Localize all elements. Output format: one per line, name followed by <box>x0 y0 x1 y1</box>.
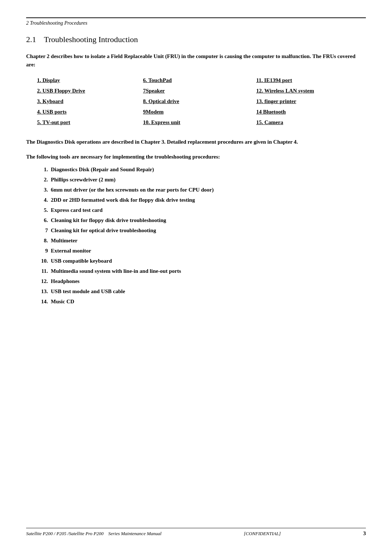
fru-cell: 10. Express unit <box>139 117 253 128</box>
list-text: Diagnostics Disk (Repair and Sound Repai… <box>51 167 154 172</box>
table-row: 1. Display6. TouchPad11. IE1394 port <box>26 75 366 86</box>
fru-cell: 3. Kyboard <box>26 96 139 107</box>
list-text: 6mm nut driver (or the hex screwnuts on … <box>51 187 214 193</box>
footer-rule: Satellite P200 / P205 /Satellite Pro P20… <box>26 528 366 537</box>
list-text: Cleaning kit for floppy disk drive troub… <box>51 217 166 223</box>
list-number: 9 <box>38 246 48 255</box>
list-item: 2.Phillips screwdriver (2 mm) <box>38 175 366 184</box>
list-item: 1.Diagnostics Disk (Repair and Sound Rep… <box>38 165 366 174</box>
list-number: 1. <box>38 165 48 174</box>
footer: Satellite P200 / P205 /Satellite Pro P20… <box>26 528 366 537</box>
list-item: 11.Multimedia sound system with line-in … <box>38 267 366 275</box>
footer-model: Satellite P200 / P205 /Satellite Pro P20… <box>26 531 162 537</box>
list-number: 10. <box>38 257 48 265</box>
tools-list: 1.Diagnostics Disk (Repair and Sound Rep… <box>26 165 366 306</box>
list-item: 4.2DD or 2HD formatted work disk for flo… <box>38 196 366 204</box>
table-row: 4. USB ports9Modem14 Bluetooth <box>26 107 366 117</box>
list-number: 3. <box>38 185 48 194</box>
list-text: External monitor <box>51 248 91 254</box>
chapter-header: 2 Troubleshooting Procedures <box>26 20 366 26</box>
list-number: 11. <box>38 267 48 275</box>
list-number: 5. <box>38 206 48 214</box>
list-text: Multimeter <box>51 238 77 243</box>
fru-cell: 13. finger printer <box>253 96 366 107</box>
list-text: Multimedia sound system with line-in and… <box>51 268 181 274</box>
list-item: 14.Music CD <box>38 297 366 306</box>
table-row: 5. TV-out port10. Express unit15. Camera <box>26 117 366 128</box>
fru-cell: 1. Display <box>26 75 139 86</box>
list-item: 13.USB test module and USB cable <box>38 287 366 296</box>
fru-cell: 15. Camera <box>253 117 366 128</box>
list-item: 12.Headphones <box>38 277 366 286</box>
tools-intro-paragraph: The following tools are necessary for im… <box>26 153 366 161</box>
fru-cell: 6. TouchPad <box>139 75 253 86</box>
list-text: 2DD or 2HD formatted work disk for flopp… <box>51 197 195 203</box>
main-content: 2.1 Troubleshooting Introduction Chapter… <box>26 35 366 535</box>
list-item: 7Cleaning kit for optical drive troubles… <box>38 226 366 235</box>
footer-confidential: [CONFIDENTIAL] <box>244 531 281 537</box>
list-number: 8. <box>38 236 48 245</box>
fru-cell: 9Modem <box>139 107 253 117</box>
list-text: USB test module and USB cable <box>51 288 125 294</box>
fru-cell: 8. Optical drive <box>139 96 253 107</box>
list-number: 6. <box>38 216 48 225</box>
diagnostics-paragraph: The Diagnostics Disk operations are desc… <box>26 138 366 146</box>
list-item: 10.USB compatible keyboard <box>38 257 366 265</box>
fru-table: 1. Display6. TouchPad11. IE1394 port2. U… <box>26 75 366 128</box>
list-text: Express card test card <box>51 207 103 213</box>
list-number: 2. <box>38 175 48 184</box>
list-item: 6.Cleaning kit for floppy disk drive tro… <box>38 216 366 225</box>
section-number: 2.1 <box>26 35 36 44</box>
table-row: 2. USB Floppy Drive7Speaker12. Wireless … <box>26 86 366 96</box>
list-number: 12. <box>38 277 48 286</box>
list-item: 5.Express card test card <box>38 206 366 214</box>
list-item: 3.6mm nut driver (or the hex screwnuts o… <box>38 185 366 194</box>
list-text: USB compatible keyboard <box>51 258 112 264</box>
table-row: 3. Kyboard8. Optical drive13. finger pri… <box>26 96 366 107</box>
header-rule <box>26 17 366 18</box>
intro-paragraph: Chapter 2 describes how to isolate a Fie… <box>26 52 366 69</box>
list-number: 13. <box>38 287 48 296</box>
list-number: 14. <box>38 297 48 306</box>
list-number: 7 <box>38 226 48 235</box>
list-text: Cleaning kit for optical drive troublesh… <box>51 227 156 233</box>
fru-cell: 5. TV-out port <box>26 117 139 128</box>
section-heading: Troubleshooting Introduction <box>44 35 138 44</box>
fru-cell: 7Speaker <box>139 86 253 96</box>
list-text: Headphones <box>51 278 79 284</box>
list-item: 8.Multimeter <box>38 236 366 245</box>
page: 2 Troubleshooting Procedures 2.1 Trouble… <box>0 0 392 554</box>
list-item: 9External monitor <box>38 246 366 255</box>
list-number: 4. <box>38 196 48 204</box>
list-text: Music CD <box>51 299 74 304</box>
footer-page: 3 <box>363 530 366 537</box>
fru-cell: 14 Bluetooth <box>253 107 366 117</box>
fru-cell: 12. Wireless LAN system <box>253 86 366 96</box>
fru-cell: 11. IE1394 port <box>253 75 366 86</box>
fru-cell: 4. USB ports <box>26 107 139 117</box>
fru-cell: 2. USB Floppy Drive <box>26 86 139 96</box>
list-text: Phillips screwdriver (2 mm) <box>51 177 115 182</box>
section-title: 2.1 Troubleshooting Introduction <box>26 35 366 44</box>
